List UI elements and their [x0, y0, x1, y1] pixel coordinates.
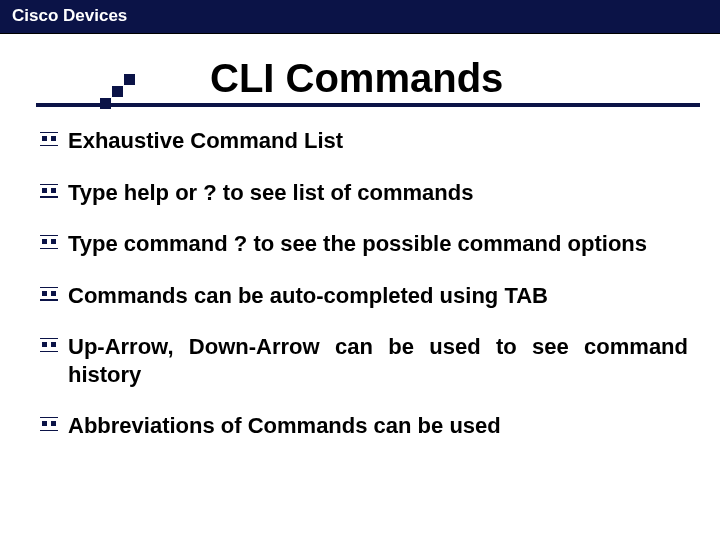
list-item: Type help or ? to see list of commands — [40, 179, 688, 207]
bullet-icon — [40, 132, 58, 146]
list-item-text: Up-Arrow, Down-Arrow can be used to see … — [68, 333, 688, 388]
bullet-list: Exhaustive Command List Type help or ? t… — [0, 101, 720, 440]
list-item: Type command ? to see the possible comma… — [40, 230, 688, 258]
list-item-text: Exhaustive Command List — [68, 127, 688, 155]
list-item-text: Abbreviations of Commands can be used — [68, 412, 688, 440]
topbar: Cisco Devices — [0, 0, 720, 34]
title-wrap: CLI Commands — [0, 56, 720, 101]
title-decor-icon — [100, 74, 150, 104]
bullet-icon — [40, 417, 58, 431]
title-underline — [36, 103, 700, 107]
list-item-text: Type help or ? to see list of commands — [68, 179, 688, 207]
slide: Cisco Devices CLI Commands Exhaustive Co… — [0, 0, 720, 540]
bullet-icon — [40, 184, 58, 198]
list-item: Exhaustive Command List — [40, 127, 688, 155]
bullet-icon — [40, 235, 58, 249]
list-item-text: Type command ? to see the possible comma… — [68, 230, 688, 258]
list-item: Up-Arrow, Down-Arrow can be used to see … — [40, 333, 688, 388]
list-item: Commands can be auto-completed using TAB — [40, 282, 688, 310]
slide-title: CLI Commands — [210, 56, 720, 101]
bullet-icon — [40, 338, 58, 352]
bullet-icon — [40, 287, 58, 301]
list-item-text: Commands can be auto-completed using TAB — [68, 282, 688, 310]
list-item: Abbreviations of Commands can be used — [40, 412, 688, 440]
topbar-text: Cisco Devices — [12, 6, 127, 25]
